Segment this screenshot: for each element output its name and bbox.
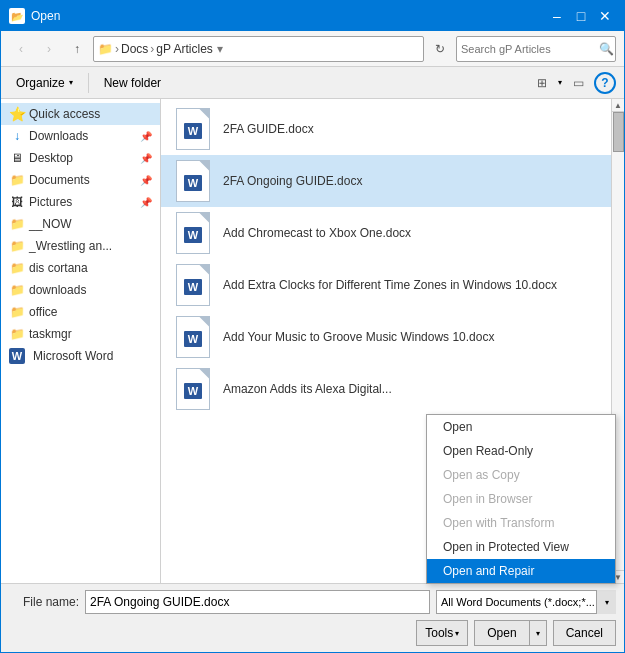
- downloads-pin: 📌: [140, 131, 152, 142]
- sidebar-microsoft-word-label: Microsoft Word: [33, 349, 113, 363]
- sidebar-downloads-label: Downloads: [29, 129, 88, 143]
- file-name-label: File name:: [9, 595, 79, 609]
- dropdown-item-with-transform: Open with Transform: [427, 511, 615, 535]
- file-item[interactable]: W Add Chromecast to Xbox One.docx: [161, 207, 624, 259]
- maximize-button[interactable]: □: [570, 5, 592, 27]
- pictures-icon: 🖼: [9, 194, 25, 210]
- file-name: 2FA Ongoing GUIDE.docx: [223, 174, 362, 188]
- sidebar-pictures-label: Pictures: [29, 195, 72, 209]
- open-button[interactable]: Open: [474, 620, 528, 646]
- taskmgr-icon: 📁: [9, 326, 25, 342]
- search-box[interactable]: 🔍: [456, 36, 616, 62]
- file-icon: W: [173, 317, 213, 357]
- up-button[interactable]: ↑: [65, 37, 89, 61]
- sidebar-item-now[interactable]: 📁 __NOW: [1, 213, 160, 235]
- refresh-button[interactable]: ↻: [428, 37, 452, 61]
- title-bar-icon: 📂: [9, 8, 25, 24]
- toolbar-right: ⊞ ▾ ▭ ?: [530, 71, 616, 95]
- action-row: Tools ▾ Open ▾ Cancel: [9, 620, 616, 646]
- file-icon: W: [173, 265, 213, 305]
- file-icon: W: [173, 213, 213, 253]
- sidebar-item-quick-access[interactable]: ⭐ Quick access: [1, 103, 160, 125]
- sidebar-item-pictures[interactable]: 🖼 Pictures 📌: [1, 191, 160, 213]
- new-folder-button[interactable]: New folder: [97, 73, 168, 93]
- organize-button[interactable]: Organize ▾: [9, 73, 80, 93]
- file-item[interactable]: W Add Extra Clocks for Different Time Zo…: [161, 259, 624, 311]
- file-name: Amazon Adds its Alexa Digital...: [223, 382, 392, 396]
- scroll-up-button[interactable]: ▲: [612, 99, 624, 112]
- file-name: Add Your Music to Groove Music Windows 1…: [223, 330, 494, 344]
- breadcrumb-docs: 📁: [98, 42, 113, 56]
- file-item[interactable]: W Amazon Adds its Alexa Digital...: [161, 363, 624, 415]
- documents-icon: 📁: [9, 172, 25, 188]
- microsoft-word-icon: W: [9, 348, 25, 364]
- now-icon: 📁: [9, 216, 25, 232]
- sidebar-dis-cortana-label: dis cortana: [29, 261, 88, 275]
- search-icon: 🔍: [599, 42, 614, 56]
- file-name-field[interactable]: [85, 590, 430, 614]
- sidebar-downloads2-label: downloads: [29, 283, 86, 297]
- dropdown-item-as-copy: Open as Copy: [427, 463, 615, 487]
- dropdown-read-only-label: Open Read-Only: [443, 444, 533, 458]
- file-type-wrapper: All Word Documents (*.docx;*... ▾: [436, 590, 616, 614]
- sidebar-item-wrestling[interactable]: 📁 _Wrestling an...: [1, 235, 160, 257]
- dropdown-item-protected-view[interactable]: Open in Protected View: [427, 535, 615, 559]
- sidebar-now-label: __NOW: [29, 217, 72, 231]
- sidebar-item-documents[interactable]: 📁 Documents 📌: [1, 169, 160, 191]
- nav-bar: ‹ › ↑ 📁 › Docs › gP Articles ▾ ↻ 🔍: [1, 31, 624, 67]
- sidebar-item-taskmgr[interactable]: 📁 taskmgr: [1, 323, 160, 345]
- file-item[interactable]: W Add Your Music to Groove Music Windows…: [161, 311, 624, 363]
- sidebar-item-desktop[interactable]: 🖥 Desktop 📌: [1, 147, 160, 169]
- new-folder-label: New folder: [104, 76, 161, 90]
- sidebar-item-microsoft-word[interactable]: W Microsoft Word: [1, 345, 160, 367]
- file-icon: W: [173, 109, 213, 149]
- dis-cortana-icon: 📁: [9, 260, 25, 276]
- breadcrumb-docs-label: Docs: [121, 42, 148, 56]
- open-button-group: Open ▾: [474, 620, 546, 646]
- forward-button[interactable]: ›: [37, 37, 61, 61]
- minimize-button[interactable]: –: [546, 5, 568, 27]
- preview-button[interactable]: ▭: [566, 71, 590, 95]
- bottom-bar: File name: All Word Documents (*.docx;*.…: [1, 583, 624, 652]
- file-name: 2FA GUIDE.docx: [223, 122, 314, 136]
- sidebar-item-downloads[interactable]: ↓ Downloads 📌: [1, 125, 160, 147]
- organize-dropdown-icon: ▾: [69, 78, 73, 87]
- toolbar-separator: [88, 73, 89, 93]
- file-name: Add Chromecast to Xbox One.docx: [223, 226, 411, 240]
- dropdown-protected-view-label: Open in Protected View: [443, 540, 569, 554]
- dropdown-item-open[interactable]: Open: [427, 415, 615, 439]
- file-icon: W: [173, 161, 213, 201]
- breadcrumb[interactable]: 📁 › Docs › gP Articles ▾: [93, 36, 424, 62]
- organize-label: Organize: [16, 76, 65, 90]
- dropdown-item-read-only[interactable]: Open Read-Only: [427, 439, 615, 463]
- tools-label: Tools: [425, 626, 453, 640]
- desktop-pin: 📌: [140, 153, 152, 164]
- file-item[interactable]: W 2FA GUIDE.docx: [161, 103, 624, 155]
- help-button[interactable]: ?: [594, 72, 616, 94]
- tools-button[interactable]: Tools ▾: [416, 620, 468, 646]
- cancel-button[interactable]: Cancel: [553, 620, 616, 646]
- office-icon: 📁: [9, 304, 25, 320]
- downloads-icon: ↓: [9, 128, 25, 144]
- search-input[interactable]: [461, 43, 599, 55]
- open-dropdown-button[interactable]: ▾: [529, 620, 547, 646]
- file-name-row: File name: All Word Documents (*.docx;*.…: [9, 590, 616, 614]
- title-bar: 📂 Open – □ ✕: [1, 1, 624, 31]
- sidebar-item-downloads2[interactable]: 📁 downloads: [1, 279, 160, 301]
- dropdown-open-repair-label: Open and Repair: [443, 564, 534, 578]
- quick-access-icon: ⭐: [9, 106, 25, 122]
- file-type-select[interactable]: All Word Documents (*.docx;*...: [436, 590, 616, 614]
- file-item[interactable]: W 2FA Ongoing GUIDE.docx: [161, 155, 624, 207]
- close-button[interactable]: ✕: [594, 5, 616, 27]
- sidebar-documents-label: Documents: [29, 173, 90, 187]
- dropdown-open-label: Open: [443, 420, 472, 434]
- dropdown-as-copy-label: Open as Copy: [443, 468, 520, 482]
- view-options-button[interactable]: ⊞: [530, 71, 554, 95]
- sidebar-desktop-label: Desktop: [29, 151, 73, 165]
- back-button[interactable]: ‹: [9, 37, 33, 61]
- dropdown-item-open-repair[interactable]: Open and Repair: [427, 559, 615, 583]
- pictures-pin: 📌: [140, 197, 152, 208]
- sidebar-item-dis-cortana[interactable]: 📁 dis cortana: [1, 257, 160, 279]
- scroll-thumb[interactable]: [613, 112, 624, 152]
- sidebar-item-office[interactable]: 📁 office: [1, 301, 160, 323]
